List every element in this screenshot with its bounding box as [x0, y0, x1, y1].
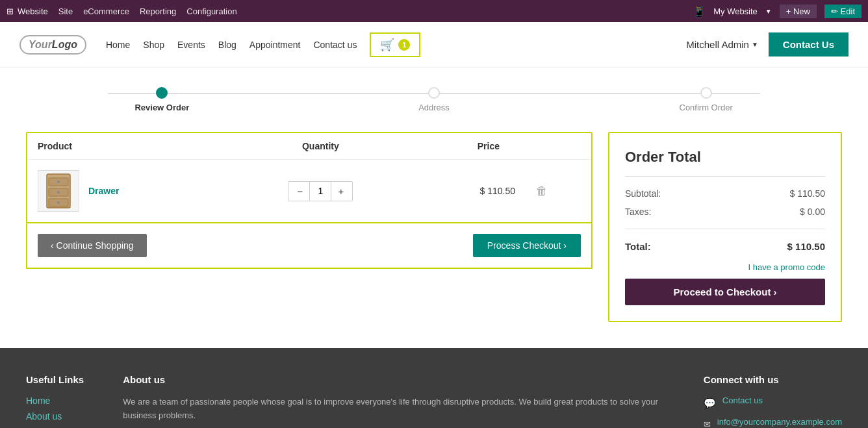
chevron-down-icon: ▼: [752, 41, 758, 48]
nav-blog[interactable]: Blog: [218, 40, 236, 50]
admin-bar: ⊞ Website Site eCommerce Reporting Confi…: [0, 0, 868, 22]
col-price: Price: [407, 133, 526, 160]
logo-text: Logo: [52, 39, 77, 50]
nav-events[interactable]: Events: [177, 40, 205, 50]
website-nav: YourLogo Home Shop Events Blog Appointme…: [0, 22, 868, 68]
about-text-1: We are a team of passionate people whose…: [123, 396, 665, 423]
drawer-svg: [44, 173, 73, 209]
footer: Useful Links Home About us Products Serv…: [0, 348, 868, 428]
quantity-increase-button[interactable]: +: [331, 182, 350, 201]
svg-point-6: [57, 201, 60, 204]
main-content: Review Order Address Confirm Order Produ…: [0, 68, 868, 348]
logo-your: Your: [29, 39, 52, 50]
promo-code-link[interactable]: I have a promo code: [625, 262, 825, 272]
step-circle-address: [428, 87, 440, 99]
price-cell: $ 110.50: [407, 160, 526, 222]
footer-connect: Connect with us 💬 Contact us ✉ info@your…: [704, 374, 842, 428]
order-total-divider: [625, 176, 825, 177]
admin-nav: Site eCommerce Reporting Configuration: [58, 6, 237, 16]
mitchell-admin-name: Mitchell Admin: [686, 39, 749, 50]
my-website-link[interactable]: My Website: [713, 6, 758, 16]
nav-contact-us[interactable]: Contact us: [313, 40, 357, 50]
continue-shopping-button[interactable]: ‹ Continue Shopping: [38, 234, 147, 257]
admin-nav-site[interactable]: Site: [58, 6, 73, 16]
grid-symbol: ⊞: [6, 6, 14, 16]
product-cell: Drawer: [27, 160, 234, 222]
website-nav-right: Mitchell Admin ▼ Contact Us: [686, 32, 849, 57]
process-checkout-button[interactable]: Process Checkout ›: [473, 234, 581, 257]
total-value: $ 110.50: [787, 241, 825, 252]
admin-nav-ecommerce[interactable]: eCommerce: [83, 6, 129, 16]
cart-table: Product Quantity Price: [26, 132, 593, 223]
grid-icon[interactable]: ⊞ Website: [6, 6, 48, 16]
chat-icon: 💬: [704, 397, 716, 409]
cart-button[interactable]: 🛒 1: [370, 32, 420, 57]
chevron-down-icon: ▼: [765, 8, 772, 15]
new-button[interactable]: + New: [780, 5, 817, 18]
useful-links-title: Useful Links: [26, 374, 84, 385]
mobile-icon: 📱: [693, 5, 706, 18]
footer-link-about[interactable]: About us: [26, 411, 84, 422]
admin-nav-configuration[interactable]: Configuration: [186, 6, 236, 16]
col-product: Product: [27, 133, 234, 160]
product-name[interactable]: Drawer: [88, 186, 119, 196]
nav-home[interactable]: Home: [106, 40, 130, 50]
product-image: [38, 170, 79, 212]
step-address: Address: [298, 87, 570, 112]
edit-button[interactable]: ✏ Edit: [824, 5, 862, 18]
quantity-input[interactable]: [310, 182, 331, 200]
step-circle-review: [156, 87, 168, 99]
order-total-title: Order Total: [625, 149, 825, 166]
nav-shop[interactable]: Shop: [143, 40, 164, 50]
cart-icon: 🛒: [380, 38, 394, 52]
proceed-to-checkout-button[interactable]: Proceed to Checkout ›: [625, 279, 825, 305]
step-review-order: Review Order: [26, 87, 298, 112]
logo-box: YourLogo: [19, 35, 86, 55]
table-row: Drawer − + $ 110.50 🗑: [27, 160, 591, 222]
total-row: Total: $ 110.50: [625, 237, 825, 256]
logo: YourLogo: [19, 35, 86, 55]
footer-link-home[interactable]: Home: [26, 396, 84, 406]
admin-bar-right: 📱 My Website ▼ + New ✏ Edit: [693, 5, 862, 18]
total-divider: [625, 229, 825, 229]
cart-section: Product Quantity Price: [26, 132, 842, 322]
taxes-row: Taxes: $ 0.00: [625, 203, 825, 221]
step-confirm-order: Confirm Order: [570, 87, 842, 112]
quantity-control: − +: [288, 181, 353, 201]
subtotal-label: Subtotal:: [625, 188, 661, 199]
progress-steps: Review Order Address Confirm Order: [26, 87, 842, 112]
total-label: Total:: [625, 241, 651, 252]
subtotal-row: Subtotal: $ 110.50: [625, 184, 825, 203]
connect-email: ✉ info@yourcompany.example.com: [704, 417, 842, 428]
about-title: About us: [123, 374, 665, 385]
col-quantity: Quantity: [234, 133, 407, 160]
email-icon: ✉: [704, 420, 711, 428]
subtotal-value: $ 110.50: [790, 188, 826, 199]
order-total-box: Order Total Subtotal: $ 110.50 Taxes: $ …: [608, 132, 842, 322]
step-circle-confirm: [700, 87, 712, 99]
cart-actions: ‹ Continue Shopping Process Checkout ›: [26, 223, 593, 269]
step-label-review: Review Order: [134, 103, 189, 112]
admin-nav-reporting[interactable]: Reporting: [140, 6, 176, 16]
svg-point-2: [57, 181, 60, 183]
quantity-cell: − +: [234, 160, 407, 222]
contact-us-button[interactable]: Contact Us: [769, 32, 849, 57]
quantity-decrease-button[interactable]: −: [291, 182, 311, 201]
connect-contact-link[interactable]: Contact us: [722, 396, 763, 405]
svg-point-4: [57, 191, 60, 194]
connect-title: Connect with us: [704, 374, 842, 385]
col-delete: [526, 133, 591, 160]
website-nav-links: Home Shop Events Blog Appointment Contac…: [106, 32, 420, 57]
step-label-address: Address: [418, 103, 450, 112]
taxes-label: Taxes:: [625, 207, 651, 217]
delete-item-button[interactable]: 🗑: [536, 184, 548, 198]
nav-appointment[interactable]: Appointment: [249, 40, 301, 50]
mitchell-admin-link[interactable]: Mitchell Admin ▼: [686, 39, 758, 50]
footer-about: About us We are a team of passionate peo…: [123, 374, 665, 428]
cart-left: Product Quantity Price: [26, 132, 593, 322]
connect-email-link[interactable]: info@yourcompany.example.com: [717, 417, 842, 427]
connect-contact: 💬 Contact us: [704, 396, 842, 410]
cart-badge: 1: [398, 39, 410, 51]
delete-cell: 🗑: [526, 160, 591, 222]
footer-useful-links: Useful Links Home About us Products Serv…: [26, 374, 84, 428]
